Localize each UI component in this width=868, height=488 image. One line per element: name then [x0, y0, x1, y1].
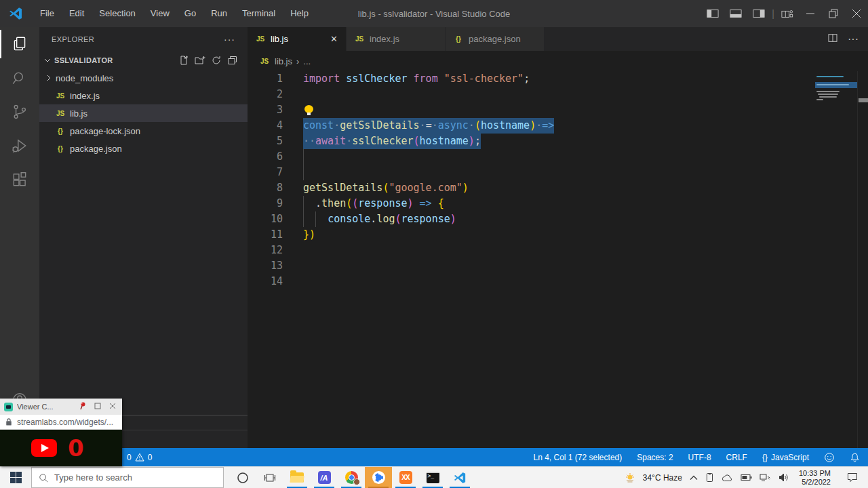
- menu-selection[interactable]: Selection: [92, 0, 142, 27]
- youtube-logo-icon: [31, 439, 57, 457]
- onedrive-cloud-icon[interactable]: [722, 474, 733, 482]
- file-explorer-icon[interactable]: [283, 467, 311, 488]
- xampp-icon[interactable]: XX: [392, 467, 419, 488]
- code-line-11[interactable]: 11}): [248, 227, 868, 243]
- json-file-icon: {}: [54, 127, 66, 135]
- volume-icon[interactable]: [778, 473, 789, 482]
- task-view-icon[interactable]: [256, 467, 283, 488]
- menu-view[interactable]: View: [143, 0, 177, 27]
- breadcrumb-file[interactable]: lib.js: [275, 56, 292, 66]
- cursor-position[interactable]: Ln 4, Col 1 (72 selected): [533, 453, 622, 462]
- tree-item-lib-js[interactable]: JS lib.js: [39, 104, 248, 122]
- tab-package-json[interactable]: {} package.json: [446, 27, 545, 51]
- source-control-icon[interactable]: [0, 95, 39, 129]
- vscode-taskbar-icon[interactable]: [446, 467, 473, 488]
- tree-item-package-lock-json[interactable]: {} package-lock.json: [39, 122, 248, 140]
- close-button[interactable]: [845, 0, 868, 27]
- tray-expand-chevron-icon[interactable]: [690, 475, 698, 481]
- split-editor-icon[interactable]: [827, 33, 838, 46]
- phone-link-icon[interactable]: [705, 472, 714, 483]
- toggle-sidebar-icon[interactable]: [701, 0, 724, 27]
- code-line-12[interactable]: 12: [248, 243, 868, 258]
- tree-item-index-js[interactable]: JS index.js: [39, 87, 248, 104]
- viewer-count-window[interactable]: Viewer C... streamlabs.com/widgets/... 0: [0, 399, 122, 466]
- new-file-icon[interactable]: [178, 55, 189, 66]
- run-debug-icon[interactable]: [0, 129, 39, 163]
- code-line-7[interactable]: 7: [248, 165, 868, 180]
- menu-file[interactable]: File: [33, 0, 62, 27]
- new-folder-icon[interactable]: [195, 55, 205, 66]
- code-line-3[interactable]: 3: [248, 102, 868, 118]
- code-line-6[interactable]: 6: [248, 149, 868, 165]
- taskbar-search[interactable]: Type here to search: [31, 467, 224, 488]
- collapse-folders-icon[interactable]: [227, 55, 238, 66]
- more-actions-icon[interactable]: ···: [848, 33, 859, 45]
- line-number: 9: [248, 196, 283, 211]
- cortana-icon[interactable]: [229, 467, 256, 488]
- indentation[interactable]: Spaces: 2: [637, 453, 673, 462]
- explorer-icon[interactable]: [0, 27, 39, 61]
- menu-run[interactable]: Run: [203, 0, 235, 27]
- pin-icon[interactable]: [77, 401, 88, 412]
- customize-layout-icon[interactable]: [776, 0, 799, 27]
- code-line-4[interactable]: 4const·getSslDetails·=·async·(hostname)·…: [248, 118, 868, 134]
- tab-lib-js[interactable]: JS lib.js ✕: [248, 27, 347, 51]
- refresh-icon[interactable]: [211, 55, 222, 66]
- tree-item-node-modules[interactable]: node_modules: [39, 69, 248, 87]
- breadcrumb-ellipsis[interactable]: ...: [303, 56, 311, 66]
- explorer-more-actions-icon[interactable]: ···: [224, 34, 235, 45]
- encoding[interactable]: UTF-8: [688, 453, 711, 462]
- feedback-icon[interactable]: [824, 452, 835, 463]
- weather-icon[interactable]: [625, 472, 635, 483]
- folder-section-sslvalidator[interactable]: SSLVALIDATOR: [39, 52, 248, 69]
- code-line-1[interactable]: 1import sslChecker from "ssl-checker";: [248, 71, 868, 87]
- language-mode[interactable]: {} JavaScript: [762, 453, 809, 462]
- eol-sequence[interactable]: CRLF: [726, 453, 747, 462]
- streamlabs-icon[interactable]: [365, 467, 392, 488]
- tab-label: lib.js: [271, 34, 329, 44]
- code-line-5[interactable]: 5··await·sslChecker(hostname);: [248, 134, 868, 149]
- start-button[interactable]: [0, 467, 31, 488]
- tree-item-package-json[interactable]: {} package.json: [39, 140, 248, 157]
- notifications-bell-icon[interactable]: [850, 452, 860, 463]
- menu-terminal[interactable]: Terminal: [235, 0, 283, 27]
- code-line-2[interactable]: 2: [248, 87, 868, 102]
- warnings-count: 0: [148, 453, 153, 462]
- minimize-button[interactable]: [799, 0, 822, 27]
- toggle-secondary-sidebar-icon[interactable]: [747, 0, 770, 27]
- code-token: [432, 197, 438, 209]
- code-line-9[interactable]: 9 .then((response) => {: [248, 196, 868, 211]
- weather-text[interactable]: 34°C Haze: [643, 473, 682, 483]
- search-icon[interactable]: [0, 61, 39, 95]
- taskbar-clock[interactable]: 10:33 PM 5/2/2022: [796, 469, 833, 487]
- problems-indicator[interactable]: 0 0: [127, 453, 152, 462]
- chrome-icon[interactable]: [338, 467, 365, 488]
- code-line-10[interactable]: 10 console.log(response): [248, 211, 868, 227]
- code-editor[interactable]: 1import sslChecker from "ssl-checker";23…: [248, 71, 868, 448]
- restore-button[interactable]: [822, 0, 845, 27]
- toggle-panel-icon[interactable]: [724, 0, 747, 27]
- battery-icon[interactable]: [741, 474, 752, 481]
- extensions-icon[interactable]: [0, 163, 39, 197]
- code-line-14[interactable]: 14: [248, 274, 868, 289]
- tab-index-js[interactable]: JS index.js: [347, 27, 446, 51]
- overlay-close-icon[interactable]: [107, 403, 118, 411]
- scrollbar-mark[interactable]: [859, 98, 868, 102]
- js-file-icon: JS: [258, 58, 271, 65]
- code-line-8[interactable]: 8getSslDetails("google.com"): [248, 180, 868, 196]
- close-tab-icon[interactable]: ✕: [329, 34, 339, 44]
- overlay-maximize-icon[interactable]: [92, 403, 103, 411]
- viewer-count-titlebar[interactable]: Viewer C...: [0, 399, 122, 415]
- purple-app-icon[interactable]: /A: [311, 467, 338, 488]
- network-icon[interactable]: [760, 473, 771, 482]
- viewer-count-urlbar[interactable]: streamlabs.com/widgets/...: [0, 415, 122, 430]
- lightbulb-icon[interactable]: [304, 105, 313, 115]
- action-center-icon[interactable]: [841, 472, 864, 483]
- menu-help[interactable]: Help: [283, 0, 316, 27]
- menu-go[interactable]: Go: [177, 0, 203, 27]
- minimap[interactable]: [815, 71, 857, 448]
- menu-edit[interactable]: Edit: [62, 0, 92, 27]
- code-line-13[interactable]: 13: [248, 258, 868, 274]
- line-number: 11: [248, 227, 283, 243]
- command-prompt-icon[interactable]: >_: [419, 467, 446, 488]
